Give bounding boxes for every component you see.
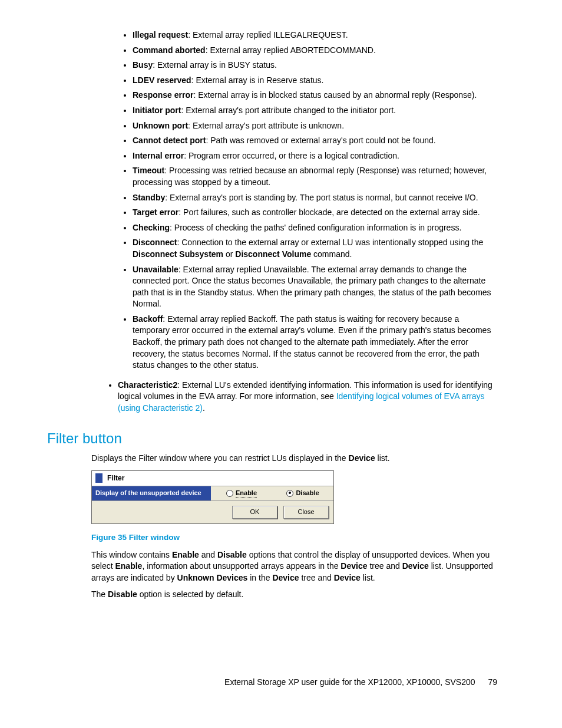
list-item: Checking: Process of checking the paths'… bbox=[133, 222, 497, 234]
list-item: Characteristic2: External LU's extended … bbox=[118, 380, 497, 414]
list-item: Initiator port: External array's port at… bbox=[133, 105, 497, 117]
filter-options: Enable Disable bbox=[211, 486, 333, 500]
text: : Processing was retried because an abno… bbox=[133, 166, 487, 187]
text: : External array's port attribute is unk… bbox=[188, 121, 344, 130]
text: command. bbox=[311, 249, 352, 259]
text: : Program error occurred, or there is a … bbox=[184, 151, 399, 160]
page-number: 79 bbox=[488, 677, 497, 687]
filter-window-title: Filter bbox=[92, 471, 333, 486]
text: : External array replied Backoff. The pa… bbox=[133, 314, 491, 370]
list-item: Busy: External array is in BUSY status. bbox=[133, 60, 497, 71]
term: Target error bbox=[133, 207, 178, 217]
text: : External array's port is standing by. … bbox=[165, 193, 478, 202]
outer-list: Characteristic2: External LU's extended … bbox=[47, 380, 497, 414]
list-item: Timeout: Processing was retried because … bbox=[133, 165, 497, 188]
term: Initiator port bbox=[133, 106, 181, 115]
text: : External array is in blocked status ca… bbox=[193, 90, 477, 100]
term: Disconnect Volume bbox=[235, 249, 311, 259]
page-footer: External Storage XP user guide for the X… bbox=[47, 677, 515, 689]
term: Unavailable bbox=[133, 265, 178, 274]
term: Busy bbox=[133, 60, 153, 70]
filter-window: Filter Display of the unsupported device… bbox=[91, 470, 334, 524]
term: Internal error bbox=[133, 151, 184, 160]
text: : External array replied ILLEGALREQUEST. bbox=[188, 30, 348, 39]
text: : External array replied Unavailable. Th… bbox=[133, 265, 491, 309]
title-decoration-icon bbox=[95, 473, 103, 483]
list-item: Command aborted: External array replied … bbox=[133, 45, 497, 57]
section-heading-filter-button: Filter button bbox=[47, 429, 515, 449]
text: : External array is in Reserve status. bbox=[191, 75, 324, 85]
list-item: Unavailable: External array replied Unav… bbox=[133, 264, 497, 310]
text: : External array replied ABORTEDCOMMAND. bbox=[206, 45, 376, 55]
text: : External array is in BUSY status. bbox=[153, 60, 277, 70]
term: Characteristic2 bbox=[118, 380, 177, 390]
term: LDEV reserved bbox=[133, 75, 191, 85]
text: : External array's port attribute change… bbox=[181, 106, 396, 115]
text: . bbox=[203, 403, 205, 413]
term: Cannot detect port bbox=[133, 136, 206, 145]
filter-row-label: Display of the unsupported device bbox=[92, 486, 211, 500]
figure-caption: Figure 35 Filter window bbox=[91, 532, 497, 543]
description-paragraph: This window contains Enable and Disable … bbox=[91, 549, 497, 584]
status-list: Illegal request: External array replied … bbox=[47, 29, 497, 371]
text: : Connection to the external array or ex… bbox=[177, 238, 483, 247]
term: Backoff bbox=[133, 314, 163, 324]
list-item: Disconnect: Connection to the external a… bbox=[133, 237, 497, 260]
list-item: Standby: External array's port is standi… bbox=[133, 192, 497, 204]
term: Timeout bbox=[133, 166, 164, 175]
ok-button[interactable]: OK bbox=[232, 506, 277, 519]
disable-radio[interactable]: Disable bbox=[272, 486, 333, 500]
list-item: Unknown port: External array's port attr… bbox=[133, 120, 497, 132]
term: Standby bbox=[133, 193, 165, 202]
radio-icon bbox=[286, 490, 293, 497]
default-paragraph: The Disable option is selected by defaul… bbox=[91, 589, 497, 601]
term: Illegal request bbox=[133, 30, 188, 39]
term: Disconnect bbox=[133, 238, 177, 247]
enable-radio[interactable]: Enable bbox=[211, 486, 272, 500]
text: or bbox=[223, 249, 235, 259]
text: : Port failures, such as controller bloc… bbox=[178, 207, 480, 217]
intro-paragraph: Displays the Filter window where you can… bbox=[91, 453, 497, 465]
text: : Process of checking the paths' defined… bbox=[170, 223, 461, 232]
term: Checking bbox=[133, 223, 170, 232]
list-item: LDEV reserved: External array is in Rese… bbox=[133, 75, 497, 87]
term: Unknown port bbox=[133, 121, 188, 130]
filter-buttons: OK Close bbox=[92, 500, 333, 523]
list-item: Internal error: Program error occurred, … bbox=[133, 150, 497, 162]
filter-row: Display of the unsupported device Enable… bbox=[92, 486, 333, 500]
list-item: Backoff: External array replied Backoff.… bbox=[133, 314, 497, 371]
close-button[interactable]: Close bbox=[283, 506, 329, 519]
list-item: Illegal request: External array replied … bbox=[133, 29, 497, 41]
list-item: Cannot detect port: Path was removed or … bbox=[133, 135, 497, 147]
footer-text: External Storage XP user guide for the X… bbox=[224, 677, 475, 687]
radio-icon bbox=[226, 490, 233, 497]
list-item: Response error: External array is in blo… bbox=[133, 90, 497, 101]
text: : Path was removed or external array's p… bbox=[206, 136, 435, 145]
term: Disconnect Subsystem bbox=[133, 249, 223, 259]
list-item: Target error: Port failures, such as con… bbox=[133, 207, 497, 219]
term: Response error bbox=[133, 90, 193, 100]
term: Command aborted bbox=[133, 45, 206, 55]
